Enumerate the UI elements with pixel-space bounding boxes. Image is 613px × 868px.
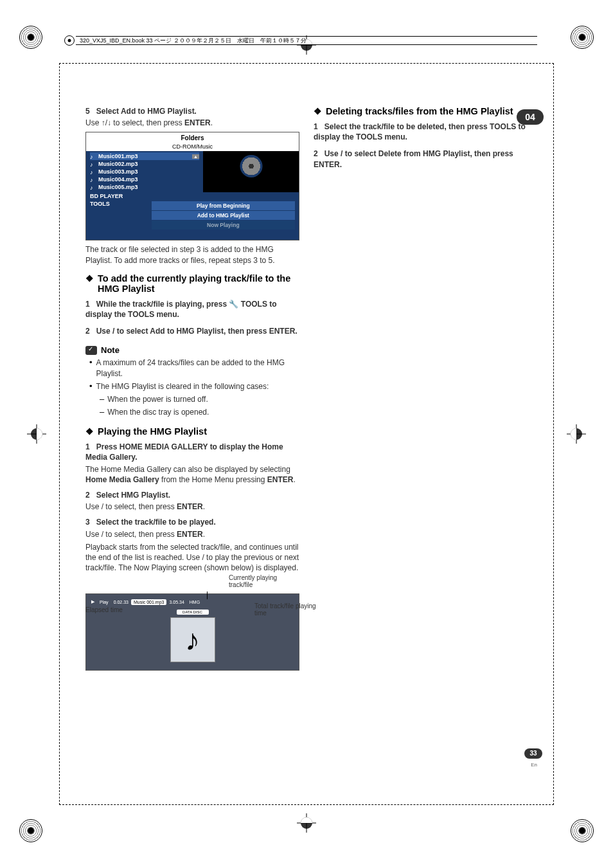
note-b1-text: A maximum of 24 tracks/files can be adde… [96,357,299,378]
play-s1-bold: Home Media Gallery [85,475,159,484]
play-icon: ▶ [91,599,94,604]
play-s1-b: The Home Media Gallery can also be displ… [85,465,290,474]
header-bar: 320_VXJ5_IBD_EN.book 33 ページ ２００９年２月２５日 水… [76,36,537,45]
crop-cross-bottom [297,813,316,833]
play-s1-d: . [293,475,295,484]
add-step2-num: 2 [85,327,90,336]
play-s3-body: Use / to select, then press ENTER. [85,529,299,539]
osd-menu-0: Play from Beginning [152,201,295,210]
registration-target-tl [19,26,42,49]
play-step1: 1 Press HOME MEDIA GALLERY to display th… [85,442,299,462]
del-s1-text: Select the track/file to be deleted, the… [314,122,526,141]
play-s2-b: Use / to select, then press [85,502,177,511]
right-column: ❖ Deleting tracks/files from the HMG Pla… [314,106,528,171]
play-s2-enter: ENTER [177,502,203,511]
osd-screenshot: Folders CD-ROM/Music ♪Music001.mp3▲ ♪Mus… [85,132,299,240]
osd-item-3: Music004.mp3 [98,176,138,183]
note-heading: Note [85,345,299,355]
osd-preview [203,151,299,192]
osd-tools-menu: Play from Beginning Add to HMG Playlist … [152,201,295,230]
diamond-bullet-icon: ❖ [85,426,94,437]
np-total: 3.05.34 [169,600,184,604]
add-step1: 1 While the track/file is playing, press… [85,299,299,320]
play-s1-c: from the Home Menu pressing [159,475,267,484]
crop-line-bottom [59,804,554,805]
heading-play-text: Playing the HMG Playlist [98,426,207,437]
leader-line-top [207,592,208,599]
play-s2-body: Use / to select, then press ENTER. [85,502,299,512]
play-step2: 2 Select HMG Playlist. [85,490,299,500]
osd-folders: Folders [86,132,299,143]
osd-tools-label: TOOLS [90,201,152,230]
np-elapsed: 0.02.33 [114,600,129,604]
play-s2-d: . [203,502,205,511]
play-s1-enter: ENTER [267,475,294,484]
disc-icon [240,155,262,177]
play-s3-enter: ENTER [177,530,203,539]
music-note-icon: ♪ [90,177,95,182]
del-s2-num: 2 [314,149,318,158]
np-label-left: Elapsed time [85,606,123,613]
osd-path: CD-ROM/Music [86,143,299,150]
content-area: 04 33 En 5 Select Add to HMG Playlist. U… [85,106,542,762]
note-b2-text: The HMG Playlist is cleared in the follo… [96,381,269,392]
play-s1-text: Press HOME MEDIA GALLERY to display the … [85,442,283,462]
del-step2: 2 Use / to select Delete from HMG Playli… [314,149,528,169]
osd-item-4: Music005.mp3 [98,184,138,190]
crop-line-top [59,63,554,64]
np-album-art: ♪ [170,617,215,662]
crop-line-right [553,63,554,805]
music-note-icon: ♪ [90,161,95,167]
page-number-badge: 33 [524,748,542,759]
np-disc: DATA DISC [177,610,209,615]
crop-cross-right [567,424,586,444]
note-bullet-2: •The HMG Playlist is cleared in the foll… [89,381,299,393]
osd-bottom-bar [86,231,299,240]
del-s1-num: 1 [314,122,318,131]
page-lang: En [531,762,537,768]
music-note-icon: ♪ [185,622,200,657]
add-step2-text: Use / to select Add to HMG Playlist, the… [96,327,298,336]
chapter-badge: 04 [517,109,544,125]
scroll-up-icon: ▲ [192,154,199,159]
osd-item-1: Music002.mp3 [98,161,138,167]
add-step1-num: 1 [85,300,90,309]
music-note-icon: ♪ [90,185,95,190]
add-step1-a: While the track/file is playing, press [96,300,229,309]
play-step3: 3 Select the track/file to be played. [85,517,299,527]
play-s2-text: Select HMG Playlist. [96,491,170,500]
step5-body-c: to select, then press [111,118,184,127]
registration-target-tr [571,26,594,49]
diamond-bullet-icon: ❖ [314,106,322,116]
play-s2-num: 2 [85,491,90,500]
note-dash-2: –When the disc tray is opened. [100,407,299,419]
step5-number: 5 [85,107,90,116]
play-s3-d: . [203,530,205,539]
step5-body-a: Use [85,118,102,127]
note-icon [85,346,97,355]
header-text: 320_VXJ5_IBD_EN.book 33 ページ ２００９年２月２５日 水… [80,37,306,45]
crop-line-left [59,63,60,805]
note-label: Note [101,345,120,355]
heading-delete-text: Deleting tracks/files from the HMG Playl… [326,106,513,116]
osd-item-2: Music003.mp3 [98,168,138,175]
osd-file-list: ♪Music001.mp3▲ ♪Music002.mp3 ♪Music003.m… [86,151,203,192]
left-column: 5 Select Add to HMG Playlist. Use ↑/↓ to… [85,106,299,676]
play-s3-num: 3 [85,518,90,527]
np-track: Music 001.mp3 [131,599,166,605]
step5-line: 5 Select Add to HMG Playlist. [85,106,299,116]
header-target-icon [64,35,75,46]
registration-target-br [571,819,594,842]
np-label-top: Currently playing track/file [229,574,299,588]
play-after-text: Playback starts from the selected track/… [85,542,299,574]
play-s3-text: Select the track/file to be played. [96,518,216,527]
note-d2-text: When the disc tray is opened. [107,407,209,417]
np-hmg: HMG [190,600,200,604]
step5-body-d: . [211,118,213,127]
heading-delete: ❖ Deleting tracks/files from the HMG Pla… [314,106,528,116]
crop-cross-left [27,424,46,444]
step5-title: Select Add to HMG Playlist. [96,107,197,116]
play-s1-body: The Home Media Gallery can also be displ… [85,464,299,485]
osd-bd-label: BD PLAYER [86,192,299,200]
osd-menu-1: Add to HMG Playlist [152,211,295,220]
